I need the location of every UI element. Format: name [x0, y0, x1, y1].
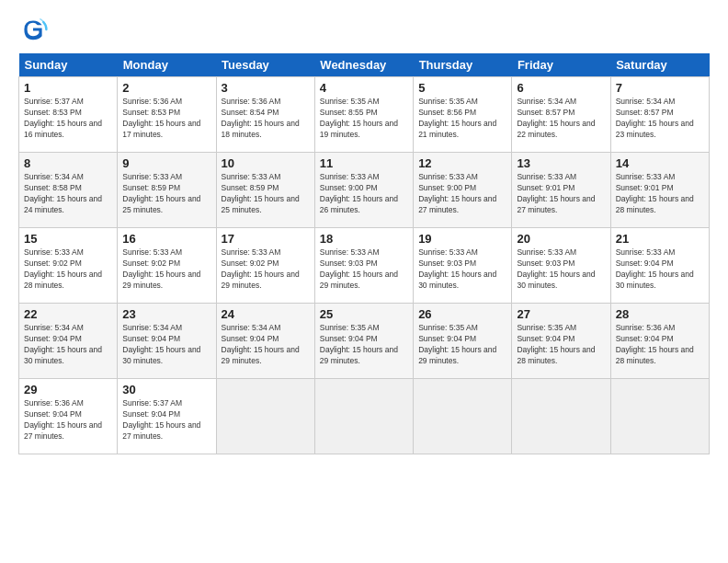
- day-info: Sunrise: 5:37 AM Sunset: 8:53 PM Dayligh…: [24, 97, 112, 141]
- day-number: 27: [517, 307, 605, 321]
- col-saturday: Saturday: [610, 53, 709, 77]
- day-cell: 23 Sunrise: 5:34 AM Sunset: 9:04 PM Dayl…: [118, 304, 216, 379]
- day-number: 18: [320, 232, 408, 246]
- day-cell: 13 Sunrise: 5:33 AM Sunset: 9:01 PM Dayl…: [512, 153, 610, 228]
- day-number: 2: [122, 81, 210, 95]
- day-cell: 12 Sunrise: 5:33 AM Sunset: 9:00 PM Dayl…: [414, 153, 512, 228]
- day-number: 3: [222, 81, 310, 95]
- day-cell: [414, 379, 512, 454]
- day-number: 24: [222, 307, 310, 321]
- day-cell: [512, 379, 610, 454]
- day-cell: 18 Sunrise: 5:33 AM Sunset: 9:03 PM Dayl…: [314, 228, 413, 304]
- day-cell: 3 Sunrise: 5:36 AM Sunset: 8:54 PM Dayli…: [216, 77, 314, 153]
- week-row-3: 15 Sunrise: 5:33 AM Sunset: 9:02 PM Dayl…: [19, 228, 710, 304]
- day-info: Sunrise: 5:33 AM Sunset: 9:03 PM Dayligh…: [517, 247, 605, 292]
- col-wednesday: Wednesday: [314, 53, 413, 77]
- day-cell: 7 Sunrise: 5:34 AM Sunset: 8:57 PM Dayli…: [610, 77, 709, 153]
- day-info: Sunrise: 5:34 AM Sunset: 9:04 PM Dayligh…: [24, 323, 112, 367]
- col-thursday: Thursday: [414, 53, 512, 77]
- day-info: Sunrise: 5:34 AM Sunset: 8:57 PM Dayligh…: [616, 97, 704, 141]
- day-number: 13: [517, 156, 605, 170]
- day-cell: 29 Sunrise: 5:36 AM Sunset: 9:04 PM Dayl…: [19, 379, 118, 454]
- day-number: 30: [122, 383, 210, 396]
- day-cell: 21 Sunrise: 5:33 AM Sunset: 9:04 PM Dayl…: [610, 228, 709, 304]
- day-cell: 30 Sunrise: 5:37 AM Sunset: 9:04 PM Dayl…: [118, 379, 216, 454]
- day-info: Sunrise: 5:35 AM Sunset: 8:55 PM Dayligh…: [320, 97, 408, 141]
- day-number: 4: [320, 81, 408, 95]
- calendar-table: Sunday Monday Tuesday Wednesday Thursday…: [18, 53, 710, 454]
- day-info: Sunrise: 5:33 AM Sunset: 8:59 PM Dayligh…: [122, 172, 210, 216]
- col-sunday: Sunday: [19, 53, 118, 77]
- header: [18, 15, 710, 44]
- col-tuesday: Tuesday: [216, 53, 314, 77]
- day-number: 10: [222, 156, 310, 170]
- col-friday: Friday: [512, 53, 610, 77]
- day-cell: 16 Sunrise: 5:33 AM Sunset: 9:02 PM Dayl…: [118, 228, 216, 304]
- day-info: Sunrise: 5:33 AM Sunset: 9:01 PM Dayligh…: [616, 172, 704, 216]
- logo-icon: [18, 15, 48, 44]
- header-row: Sunday Monday Tuesday Wednesday Thursday…: [19, 53, 710, 77]
- day-info: Sunrise: 5:34 AM Sunset: 8:58 PM Dayligh…: [24, 172, 112, 216]
- day-info: Sunrise: 5:36 AM Sunset: 8:54 PM Dayligh…: [222, 97, 310, 141]
- day-number: 21: [616, 232, 704, 246]
- day-info: Sunrise: 5:33 AM Sunset: 9:04 PM Dayligh…: [616, 247, 704, 292]
- day-info: Sunrise: 5:37 AM Sunset: 9:04 PM Dayligh…: [122, 398, 210, 442]
- week-row-5: 29 Sunrise: 5:36 AM Sunset: 9:04 PM Dayl…: [19, 379, 710, 454]
- day-info: Sunrise: 5:35 AM Sunset: 9:04 PM Dayligh…: [320, 323, 408, 367]
- day-number: 20: [517, 232, 605, 246]
- day-info: Sunrise: 5:33 AM Sunset: 9:01 PM Dayligh…: [517, 172, 605, 216]
- day-cell: 9 Sunrise: 5:33 AM Sunset: 8:59 PM Dayli…: [118, 153, 216, 228]
- day-cell: 10 Sunrise: 5:33 AM Sunset: 8:59 PM Dayl…: [216, 153, 314, 228]
- day-cell: 19 Sunrise: 5:33 AM Sunset: 9:03 PM Dayl…: [414, 228, 512, 304]
- day-info: Sunrise: 5:33 AM Sunset: 9:02 PM Dayligh…: [122, 247, 210, 292]
- day-number: 12: [418, 156, 506, 170]
- day-number: 22: [24, 307, 112, 321]
- day-cell: 5 Sunrise: 5:35 AM Sunset: 8:56 PM Dayli…: [414, 77, 512, 153]
- week-row-1: 1 Sunrise: 5:37 AM Sunset: 8:53 PM Dayli…: [19, 77, 710, 153]
- day-number: 15: [24, 232, 112, 246]
- day-info: Sunrise: 5:35 AM Sunset: 9:04 PM Dayligh…: [517, 323, 605, 367]
- day-number: 6: [517, 81, 605, 95]
- day-number: 25: [320, 307, 408, 321]
- day-number: 16: [122, 232, 210, 246]
- day-number: 28: [616, 307, 704, 321]
- day-cell: 27 Sunrise: 5:35 AM Sunset: 9:04 PM Dayl…: [512, 304, 610, 379]
- day-info: Sunrise: 5:33 AM Sunset: 8:59 PM Dayligh…: [222, 172, 310, 216]
- day-cell: 8 Sunrise: 5:34 AM Sunset: 8:58 PM Dayli…: [19, 153, 118, 228]
- day-cell: 4 Sunrise: 5:35 AM Sunset: 8:55 PM Dayli…: [314, 77, 413, 153]
- day-info: Sunrise: 5:35 AM Sunset: 8:56 PM Dayligh…: [418, 97, 506, 141]
- day-info: Sunrise: 5:36 AM Sunset: 9:04 PM Dayligh…: [616, 323, 704, 367]
- day-number: 11: [320, 156, 408, 170]
- day-cell: 2 Sunrise: 5:36 AM Sunset: 8:53 PM Dayli…: [118, 77, 216, 153]
- day-number: 9: [122, 156, 210, 170]
- day-number: 19: [418, 232, 506, 246]
- day-info: Sunrise: 5:35 AM Sunset: 9:04 PM Dayligh…: [418, 323, 506, 367]
- day-cell: [610, 379, 709, 454]
- day-cell: 17 Sunrise: 5:33 AM Sunset: 9:02 PM Dayl…: [216, 228, 314, 304]
- day-cell: 1 Sunrise: 5:37 AM Sunset: 8:53 PM Dayli…: [19, 77, 118, 153]
- day-info: Sunrise: 5:33 AM Sunset: 9:02 PM Dayligh…: [222, 247, 310, 292]
- day-cell: 25 Sunrise: 5:35 AM Sunset: 9:04 PM Dayl…: [314, 304, 413, 379]
- day-number: 29: [24, 383, 112, 396]
- day-cell: 26 Sunrise: 5:35 AM Sunset: 9:04 PM Dayl…: [414, 304, 512, 379]
- day-number: 14: [616, 156, 704, 170]
- day-info: Sunrise: 5:34 AM Sunset: 9:04 PM Dayligh…: [122, 323, 210, 367]
- day-number: 8: [24, 156, 112, 170]
- day-number: 26: [418, 307, 506, 321]
- day-cell: 11 Sunrise: 5:33 AM Sunset: 9:00 PM Dayl…: [314, 153, 413, 228]
- day-number: 7: [616, 81, 704, 95]
- day-number: 1: [24, 81, 112, 95]
- day-cell: [216, 379, 314, 454]
- col-monday: Monday: [118, 53, 216, 77]
- day-info: Sunrise: 5:33 AM Sunset: 9:02 PM Dayligh…: [24, 247, 112, 292]
- day-cell: 24 Sunrise: 5:34 AM Sunset: 9:04 PM Dayl…: [216, 304, 314, 379]
- day-cell: [314, 379, 413, 454]
- day-info: Sunrise: 5:34 AM Sunset: 9:04 PM Dayligh…: [222, 323, 310, 367]
- week-row-4: 22 Sunrise: 5:34 AM Sunset: 9:04 PM Dayl…: [19, 304, 710, 379]
- day-number: 5: [418, 81, 506, 95]
- logo: [18, 15, 51, 44]
- day-cell: 15 Sunrise: 5:33 AM Sunset: 9:02 PM Dayl…: [19, 228, 118, 304]
- day-info: Sunrise: 5:36 AM Sunset: 8:53 PM Dayligh…: [122, 97, 210, 141]
- day-cell: 6 Sunrise: 5:34 AM Sunset: 8:57 PM Dayli…: [512, 77, 610, 153]
- page: Sunday Monday Tuesday Wednesday Thursday…: [0, 0, 728, 563]
